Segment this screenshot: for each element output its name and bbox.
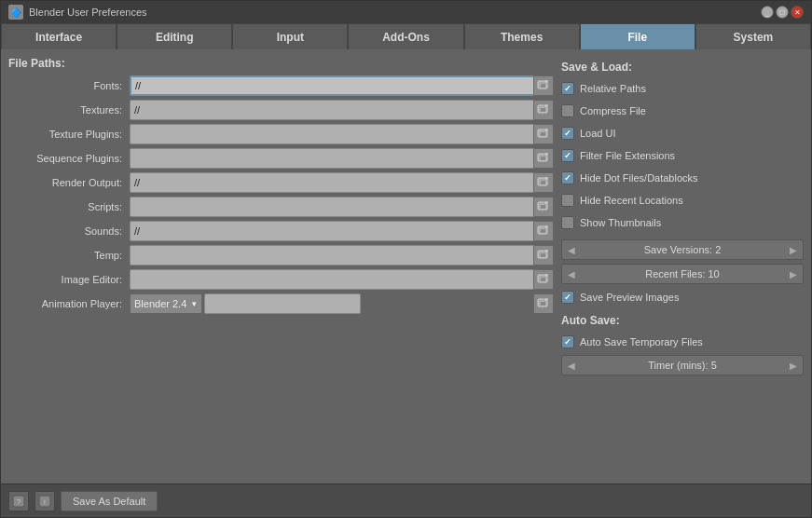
tab-addons[interactable]: Add-Ons bbox=[348, 23, 463, 49]
close-button[interactable]: ✕ bbox=[791, 6, 804, 19]
svg-rect-1 bbox=[541, 84, 545, 88]
recent-files-value: Recent Files: 10 bbox=[645, 268, 719, 279]
temp-browse-button[interactable] bbox=[533, 245, 554, 266]
main-window: 🔷 Blender User Preferences _ □ ✕ Interfa… bbox=[0, 0, 812, 518]
texture-plugins-browse-button[interactable] bbox=[533, 124, 554, 144]
slider-right-arrow-icon: ▶ bbox=[790, 245, 797, 255]
tab-file[interactable]: File bbox=[580, 23, 695, 49]
textures-input-wrap bbox=[130, 100, 554, 120]
sounds-browse-button[interactable] bbox=[533, 221, 554, 241]
render-output-browse-button[interactable] bbox=[533, 172, 554, 193]
compress-file-checkbox[interactable] bbox=[561, 104, 574, 117]
tab-themes[interactable]: Themes bbox=[464, 23, 580, 49]
svg-rect-14 bbox=[544, 177, 548, 180]
animation-player-browse-button[interactable] bbox=[533, 293, 554, 314]
relative-paths-checkbox[interactable] bbox=[561, 82, 574, 95]
timer-slider[interactable]: ◀ Timer (mins): 5 ▶ bbox=[561, 355, 804, 375]
texture-plugins-input-wrap bbox=[130, 124, 554, 144]
maximize-button[interactable]: □ bbox=[776, 6, 789, 19]
compress-file-label: Compress File bbox=[580, 105, 646, 116]
sequence-plugins-row: Sequence Plugins: bbox=[8, 148, 554, 169]
tab-editing[interactable]: Editing bbox=[117, 23, 232, 49]
window-controls: _ □ ✕ bbox=[761, 6, 804, 19]
render-output-input[interactable] bbox=[130, 172, 554, 193]
auto-save-temporary-row: Auto Save Temporary Files bbox=[561, 333, 804, 351]
svg-rect-17 bbox=[544, 201, 548, 204]
temp-input-wrap bbox=[130, 245, 554, 266]
show-thumbnails-checkbox[interactable] bbox=[561, 216, 574, 229]
textures-browse-button[interactable] bbox=[533, 100, 554, 120]
auto-save-label: Auto Save: bbox=[561, 314, 804, 327]
render-output-label: Render Output: bbox=[8, 177, 130, 188]
svg-rect-8 bbox=[544, 129, 548, 131]
svg-rect-19 bbox=[541, 229, 545, 233]
svg-rect-2 bbox=[544, 80, 548, 83]
svg-rect-4 bbox=[541, 108, 545, 112]
svg-text:?: ? bbox=[17, 498, 21, 506]
fonts-input-wrap bbox=[130, 75, 554, 96]
fonts-row: Fonts: bbox=[8, 75, 554, 96]
image-editor-label: Image Editor: bbox=[8, 274, 130, 285]
load-ui-row: Load UI bbox=[561, 124, 804, 143]
animation-player-dropdown-wrap: Blender 2.4 ▼ bbox=[130, 293, 202, 314]
save-preview-images-checkbox[interactable] bbox=[561, 291, 574, 304]
scripts-input[interactable] bbox=[130, 197, 554, 217]
footer-icon-right[interactable]: i bbox=[34, 491, 55, 511]
texture-plugins-input[interactable] bbox=[130, 124, 554, 144]
hide-recent-locations-label: Hide Recent Locations bbox=[580, 195, 683, 206]
image-editor-input-wrap bbox=[130, 269, 554, 290]
save-load-label: Save & Load: bbox=[561, 61, 804, 74]
save-versions-slider[interactable]: ◀ Save Versions: 2 ▶ bbox=[561, 239, 804, 260]
animation-player-dropdown-value: Blender 2.4 bbox=[134, 298, 186, 309]
tab-system[interactable]: System bbox=[695, 23, 811, 49]
relative-paths-label: Relative Paths bbox=[580, 83, 646, 94]
load-ui-label: Load UI bbox=[580, 128, 616, 139]
footer-icon-left[interactable]: ? bbox=[8, 491, 29, 511]
filter-file-extensions-checkbox[interactable] bbox=[561, 149, 574, 162]
tab-bar: Interface Editing Input Add-Ons Themes F… bbox=[1, 23, 811, 49]
textures-input[interactable] bbox=[130, 100, 554, 120]
tab-interface[interactable]: Interface bbox=[1, 23, 117, 49]
scripts-browse-button[interactable] bbox=[533, 197, 554, 217]
slider-right-arrow-icon2: ▶ bbox=[790, 269, 797, 279]
tab-input[interactable]: Input bbox=[232, 23, 348, 49]
svg-rect-26 bbox=[544, 274, 548, 277]
sequence-plugins-input[interactable] bbox=[130, 148, 554, 169]
fonts-input[interactable] bbox=[130, 75, 554, 96]
sequence-plugins-browse-button[interactable] bbox=[533, 148, 554, 169]
minimize-button[interactable]: _ bbox=[761, 6, 774, 19]
animation-player-dropdown[interactable]: Blender 2.4 ▼ bbox=[130, 293, 202, 314]
fonts-browse-button[interactable] bbox=[533, 75, 554, 96]
sounds-row: Sounds: bbox=[8, 221, 554, 241]
right-panel: Save & Load: Relative Paths Compress Fil… bbox=[561, 57, 804, 476]
sounds-input-wrap bbox=[130, 221, 554, 241]
sounds-input[interactable] bbox=[130, 221, 554, 241]
textures-label: Textures: bbox=[8, 104, 130, 116]
animation-player-row: Animation Player: Blender 2.4 ▼ bbox=[8, 293, 554, 314]
load-ui-checkbox[interactable] bbox=[561, 127, 574, 140]
timer-value: Timer (mins): 5 bbox=[648, 360, 717, 371]
svg-rect-5 bbox=[544, 104, 548, 107]
filter-file-extensions-row: Filter File Extensions bbox=[561, 146, 804, 165]
hide-recent-locations-row: Hide Recent Locations bbox=[561, 191, 804, 210]
texture-plugins-row: Texture Plugins: bbox=[8, 124, 554, 144]
hide-dot-files-row: Hide Dot Files/Datablocks bbox=[561, 169, 804, 187]
temp-input[interactable] bbox=[130, 245, 554, 266]
left-panel: File Paths: Fonts: Textur bbox=[8, 57, 554, 476]
show-thumbnails-label: Show Thumbnails bbox=[580, 217, 661, 228]
temp-label: Temp: bbox=[8, 250, 130, 261]
animation-player-label: Animation Player: bbox=[8, 298, 130, 309]
animation-player-input[interactable] bbox=[204, 293, 361, 314]
svg-rect-11 bbox=[544, 153, 548, 156]
auto-save-temporary-checkbox[interactable] bbox=[561, 335, 574, 348]
hide-dot-files-checkbox[interactable] bbox=[561, 171, 574, 184]
hide-recent-locations-checkbox[interactable] bbox=[561, 194, 574, 207]
recent-files-slider[interactable]: ◀ Recent Files: 10 ▶ bbox=[561, 264, 804, 284]
image-editor-browse-button[interactable] bbox=[533, 269, 554, 290]
svg-rect-7 bbox=[541, 132, 545, 136]
scripts-input-wrap bbox=[130, 197, 554, 217]
svg-rect-22 bbox=[541, 253, 545, 257]
svg-rect-29 bbox=[544, 298, 548, 301]
image-editor-input[interactable] bbox=[130, 269, 554, 290]
save-as-default-button[interactable]: Save As Default bbox=[61, 491, 158, 511]
